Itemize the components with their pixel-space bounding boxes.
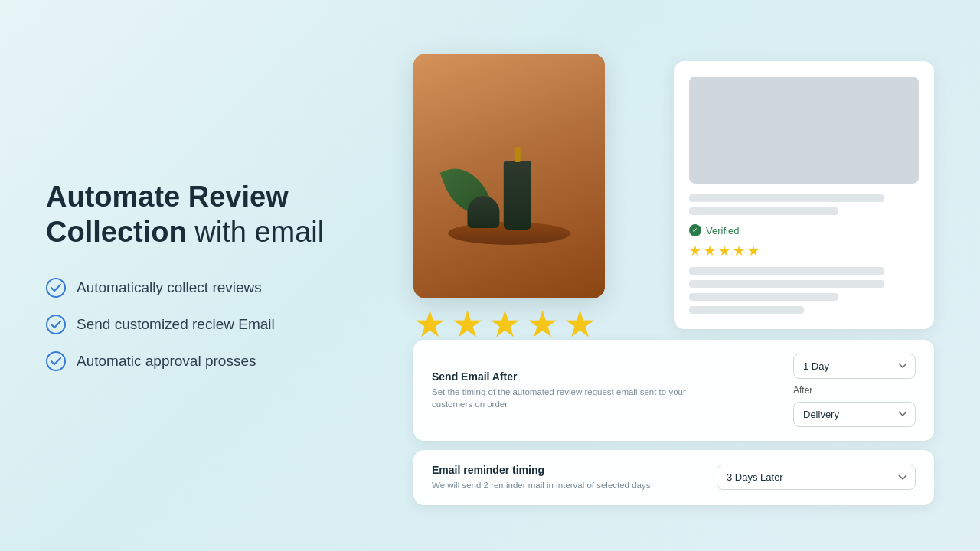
days-later-select[interactable]: 1 Days Later 2 Days Later 3 Days Later 5… <box>717 465 916 490</box>
left-panel: Automate Review Collection with email Au… <box>46 180 368 370</box>
body-line-4 <box>689 306 804 314</box>
large-star-4: ★ <box>526 306 559 343</box>
check-icon-3 <box>46 351 66 371</box>
bottle-small <box>467 196 499 228</box>
delivery-select[interactable]: Delivery Order Fulfillment <box>793 402 916 427</box>
verified-check-icon: ✓ <box>689 224 701 236</box>
headline: Automate Review Collection with email <box>46 180 368 249</box>
body-line-2 <box>689 280 884 288</box>
feature-item-3: Automatic approval prosses <box>46 351 368 371</box>
product-card <box>413 54 605 298</box>
svg-point-2 <box>47 352 65 370</box>
svg-point-0 <box>47 279 65 297</box>
verified-text: Verified <box>706 225 739 236</box>
review-text-placeholder <box>689 194 919 215</box>
product-image <box>413 54 605 298</box>
check-icon-2 <box>46 315 66 334</box>
reminder-controls: 1 Days Later 2 Days Later 3 Days Later 5… <box>717 465 916 490</box>
feature-item-2: Send customized reciew Email <box>46 315 368 334</box>
review-star-1: ★ <box>689 243 701 259</box>
feature-text-1: Automatically collect reviews <box>77 279 262 296</box>
text-line-mid <box>689 207 838 215</box>
check-icon-1 <box>46 278 66 298</box>
large-stars-row: ★ ★ ★ ★ ★ <box>413 306 596 343</box>
skincare-scene <box>433 92 586 260</box>
main-container: Automate Review Collection with email Au… <box>0 0 980 551</box>
right-panel: ★ ★ ★ ★ ★ ✓ Verified ★ ★ ★ <box>413 31 934 520</box>
review-stars: ★ ★ ★ ★ ★ <box>689 243 919 259</box>
feature-text-3: Automatic approval prosses <box>77 353 256 370</box>
send-email-card: Send Email After Set the timing of the a… <box>413 340 934 441</box>
review-star-5: ★ <box>747 243 760 259</box>
bottle-big <box>504 161 531 230</box>
feature-item-1: Automatically collect reviews <box>46 278 368 298</box>
large-star-2: ★ <box>451 306 484 343</box>
day-select[interactable]: 1 Day 2 Days 3 Days 5 Days 7 Days <box>793 354 916 379</box>
review-star-4: ★ <box>733 243 745 259</box>
large-star-5: ★ <box>564 306 596 343</box>
send-email-title: Send Email After <box>432 370 793 383</box>
reminder-card-left: Email reminder timing We will send 2 rem… <box>432 464 717 491</box>
text-line-top <box>689 194 884 202</box>
send-email-desc: Set the timing of the automated review r… <box>432 386 723 410</box>
large-star-1: ★ <box>413 306 446 343</box>
reminder-desc: We will send 2 reminder mail in interval… <box>432 479 717 491</box>
svg-point-1 <box>47 315 65 334</box>
send-email-controls: 1 Day 2 Days 3 Days 5 Days 7 Days After … <box>793 354 916 427</box>
review-star-2: ★ <box>704 243 716 259</box>
form-cards: Send Email After Set the timing of the a… <box>413 340 934 505</box>
review-star-3: ★ <box>718 243 730 259</box>
send-email-card-left: Send Email After Set the timing of the a… <box>432 370 793 410</box>
verified-badge: ✓ Verified <box>689 224 919 236</box>
large-star-3: ★ <box>488 306 521 343</box>
body-line-3 <box>689 293 838 301</box>
feature-text-2: Send customized reciew Email <box>77 316 275 333</box>
review-body-lines <box>689 267 919 314</box>
headline-normal: with email <box>187 216 325 248</box>
reminder-card: Email reminder timing We will send 2 rem… <box>413 450 934 505</box>
body-line-1 <box>689 267 884 275</box>
after-label: After <box>793 385 812 396</box>
reminder-title: Email reminder timing <box>432 464 717 476</box>
review-card-image <box>689 77 919 184</box>
review-card: ✓ Verified ★ ★ ★ ★ ★ <box>674 61 934 329</box>
features-list: Automatically collect reviews Send custo… <box>46 278 368 371</box>
